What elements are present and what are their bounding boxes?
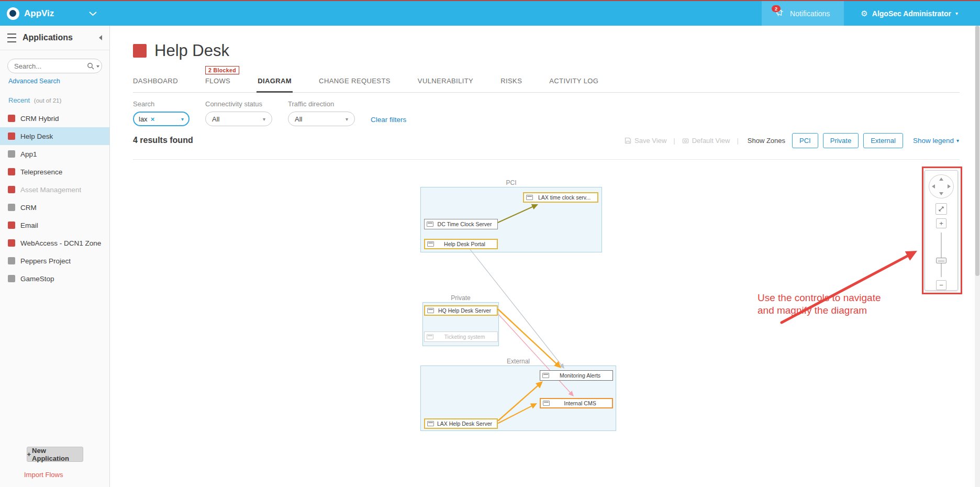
node-dc-time-clock-server[interactable]: DC Time Clock Server [424,219,498,229]
zone-buttons: PCIPrivateExternal [792,133,903,148]
node-label: Monitoring Alerts [549,372,612,379]
app-color-icon [8,239,15,247]
scrollbar-thumb[interactable] [975,26,979,276]
zoom-slider-handle[interactable] [936,258,946,263]
tab-label: DIAGRAM [258,77,292,85]
node-help-desk-portal[interactable]: Help Desk Portal [424,239,498,249]
server-icon [427,222,433,227]
save-view-button[interactable]: Save View [625,137,666,145]
sidebar-item-webaccess-dcn1-zone[interactable]: WebAccess - DCN1 Zone [0,234,109,252]
traffic-direction-select[interactable]: All ▾ [288,112,355,126]
advanced-search-link[interactable]: Advanced Search [8,78,109,85]
chip-remove-icon[interactable]: × [151,115,155,123]
sidebar-item-asset-management[interactable]: Asset Management [0,181,109,198]
brand-area: AppViz [0,1,110,26]
node-hq-help-desk-server[interactable]: HQ Help Desk Server [424,305,498,316]
vertical-scrollbar[interactable] [975,26,980,487]
select-caret-down-icon: ▾ [263,116,265,122]
chevron-down-icon[interactable] [88,11,97,16]
sidebar-item-gamestop[interactable]: GameStop [0,270,109,287]
zone-button-external[interactable]: External [863,133,903,148]
node-label: HQ Help Desk Server [434,307,497,314]
search-icon[interactable] [87,62,94,70]
search-filter-label: Search [133,100,190,108]
clear-filters-link[interactable]: Clear filters [371,116,406,126]
pan-left-icon[interactable] [932,184,935,189]
app-label: Peppers Project [20,257,71,265]
pan-down-icon[interactable] [939,192,943,195]
save-icon [625,137,631,144]
pan-up-icon[interactable] [939,178,943,181]
sidebar-item-help-desk[interactable]: Help Desk [0,127,109,145]
node-internal-cms[interactable]: Internal CMS [540,398,613,408]
tab-label: FLOWS [205,77,230,85]
zone-button-pci[interactable]: PCI [792,133,818,148]
search-options-caret-icon[interactable] [96,65,99,68]
node-label: Help Desk Portal [434,241,497,247]
sidebar-item-peppers-project[interactable]: Peppers Project [0,252,109,270]
show-zones-label: Show Zones [748,137,785,145]
tab-dashboard[interactable]: DASHBOARD [133,77,178,92]
tab-bar: DASHBOARD2 BlockedFLOWSDIAGRAMCHANGE REQ… [133,63,960,93]
sidebar-item-crm[interactable]: CRM [0,198,109,216]
tab-vulnerability[interactable]: VULNERABILITY [418,77,473,92]
node-monitoring-alerts[interactable]: Monitoring Alerts [540,370,613,381]
node-ticketing-system[interactable]: Ticketing system [424,331,498,342]
legend-caret-down-icon: ▾ [956,138,959,143]
node-label: Internal CMS [550,400,612,406]
sidebar-item-email[interactable]: Email [0,216,109,234]
app-color-icon [8,132,15,140]
select-caret-down-icon: ▾ [346,116,348,122]
default-view-icon [682,137,689,144]
server-icon [526,195,533,200]
top-edge-strip [0,0,980,1]
sidebar-item-telepresence[interactable]: Telepresence [0,163,109,181]
tab-label: VULNERABILITY [418,77,473,85]
new-application-button[interactable]: + New Application [27,447,83,462]
app-label: CRM [20,204,37,212]
fullscreen-button[interactable] [936,203,947,214]
show-legend-link[interactable]: Show legend ▾ [913,137,959,145]
notifications-button[interactable]: 2 Notifications [762,1,844,26]
tab-diagram[interactable]: DIAGRAM [258,77,292,92]
traffic-value: All [295,115,302,123]
zoom-in-button[interactable]: + [936,218,946,228]
menu-icon[interactable] [7,34,16,42]
tab-activity-log[interactable]: ACTIVITY LOG [549,77,598,92]
tab-risks[interactable]: RISKS [500,77,522,92]
app-color-icon [8,257,15,264]
expand-icon [938,206,944,212]
collapse-sidebar-icon[interactable] [99,35,102,40]
diagram-controls-panel: + − [925,170,958,291]
app-color-icon [8,115,15,122]
applications-sidebar: Applications Advanced Search Recent (out… [0,26,110,487]
connectivity-filter-label: Connectivity status [205,100,272,108]
tab-flows[interactable]: 2 BlockedFLOWS [205,77,230,92]
zoom-out-button[interactable]: − [936,280,946,290]
default-view-button[interactable]: Default View [682,137,730,145]
zone-button-private[interactable]: Private [823,133,859,148]
node-lax-time-clock-serv[interactable]: LAX time clock serv... [523,192,598,203]
brand-name: AppViz [24,8,54,19]
chip-caret-down-icon[interactable]: ▾ [181,116,184,122]
plus-icon: + [27,450,31,458]
node-lax-help-desk-server[interactable]: LAX Help Desk Server [424,418,498,429]
results-summary: 4 results found [133,136,193,145]
content-divider [133,159,960,160]
app-label: WebAccess - DCN1 Zone [20,239,101,247]
user-menu[interactable]: ⚙ AlgoSec Administrator ▾ [861,9,958,18]
search-filter-input[interactable]: lax × ▾ [133,112,190,126]
pan-right-icon[interactable] [948,184,951,189]
import-flows-link[interactable]: Import Flows [24,471,109,479]
tab-change-requests[interactable]: CHANGE REQUESTS [319,77,391,92]
zoom-slider[interactable] [925,230,957,279]
app-label: Help Desk [20,132,53,140]
app-label: Asset Management [20,186,81,194]
sidebar-item-app1[interactable]: App1 [0,145,109,163]
app-color-icon [8,222,15,229]
sidebar-item-crm-hybrid[interactable]: CRM Hybrid [0,109,109,127]
zoom-slider-track [941,233,942,277]
connectivity-select[interactable]: All ▾ [205,112,272,126]
sidebar-title: Applications [23,33,93,42]
pan-control[interactable] [929,174,954,198]
